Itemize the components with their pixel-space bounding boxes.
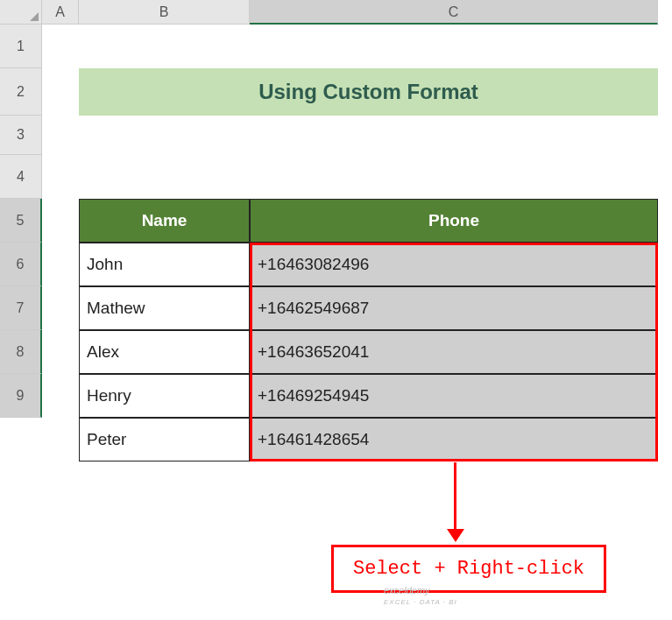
row-header-3[interactable]: 3 <box>0 116 42 155</box>
cell-name[interactable]: Peter <box>79 418 250 461</box>
row-headers: 1 2 3 4 5 6 7 8 9 <box>0 25 42 418</box>
row-header-8[interactable]: 8 <box>0 330 42 374</box>
cell-phone[interactable]: +16463652041 <box>250 330 658 374</box>
table-row: John +16463082496 <box>79 243 658 286</box>
cell-name[interactable]: Mathew <box>79 286 250 330</box>
watermark-tag: EXCEL · DATA · BI <box>384 598 457 606</box>
watermark: exceldemy EXCEL · DATA · BI <box>384 585 457 606</box>
header-name[interactable]: Name <box>79 199 250 243</box>
table-row: Mathew +16462549687 <box>79 286 658 330</box>
row-header-5[interactable]: 5 <box>0 199 42 243</box>
title-cell[interactable]: Using Custom Format <box>79 68 658 116</box>
cell-phone[interactable]: +16461428654 <box>250 418 658 461</box>
row-header-9[interactable]: 9 <box>0 374 42 418</box>
annotation-callout: Select + Right-click <box>331 545 606 593</box>
row-header-4[interactable]: 4 <box>0 155 42 199</box>
worksheet-area[interactable]: Using Custom Format Name Phone John +164… <box>42 25 672 620</box>
col-header-A[interactable]: A <box>42 0 79 25</box>
data-table: Name Phone John +16463082496 Mathew +164… <box>79 199 658 461</box>
cell-phone[interactable]: +16463082496 <box>250 243 658 286</box>
cell-name[interactable]: Alex <box>79 330 250 374</box>
row-header-2[interactable]: 2 <box>0 68 42 116</box>
cell-phone[interactable]: +16462549687 <box>250 286 658 330</box>
watermark-brand: exceldemy <box>384 585 430 595</box>
col-header-C[interactable]: C <box>250 0 658 25</box>
table-row: Peter +16461428654 <box>79 418 658 461</box>
annotation-arrow-head-icon <box>447 529 464 542</box>
table-row: Henry +16469254945 <box>79 374 658 418</box>
column-headers: A B C <box>42 0 672 25</box>
header-phone[interactable]: Phone <box>250 199 658 243</box>
row-header-6[interactable]: 6 <box>0 243 42 286</box>
cell-phone[interactable]: +16469254945 <box>250 374 658 418</box>
annotation-arrow-line <box>454 462 456 532</box>
table-row: Alex +16463652041 <box>79 330 658 374</box>
cell-name[interactable]: Henry <box>79 374 250 418</box>
col-header-B[interactable]: B <box>79 0 250 25</box>
cell-name[interactable]: John <box>79 243 250 286</box>
table-header-row: Name Phone <box>79 199 658 243</box>
row-header-1[interactable]: 1 <box>0 25 42 68</box>
select-all-corner[interactable] <box>0 0 42 25</box>
row-header-7[interactable]: 7 <box>0 286 42 330</box>
